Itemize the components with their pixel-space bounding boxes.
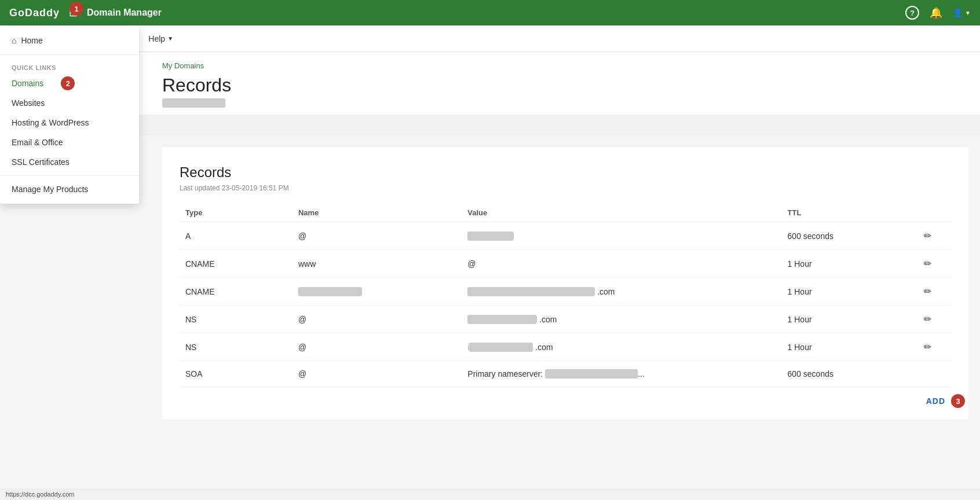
user-menu[interactable]: 👤 ▼ [953, 8, 971, 17]
notification-icon[interactable]: 🔔 [930, 6, 942, 19]
record-edit[interactable]: ✏ [904, 278, 951, 306]
record-name: @ [292, 361, 462, 387]
blurred-value [467, 287, 595, 296]
table-row: SOA @ Primary nameserver: ... 600 second… [180, 361, 951, 387]
dropdown-divider-1 [0, 54, 139, 55]
record-name: @ [292, 222, 462, 250]
add-badge-wrap: ADD 3 [926, 396, 945, 406]
add-record-row: ADD 3 [180, 387, 951, 408]
table-row: NS @ i .com 1 Hour ✏ [180, 333, 951, 361]
record-ttl: 600 seconds [782, 361, 904, 387]
record-type: SOA [180, 361, 292, 387]
quick-links-label: QUICK LINKS [0, 58, 139, 73]
dns-table: Type Name Value TTL A @ 600 seconds ✏ [180, 204, 951, 387]
manage-label: Manage My Products [12, 185, 88, 194]
col-type: Type [180, 204, 292, 222]
home-icon: ⌂ [12, 36, 16, 45]
record-edit[interactable]: ✏ [904, 333, 951, 361]
record-type: NS [180, 306, 292, 333]
records-section: Records Last updated 23-05-2019 16:51 PM… [162, 147, 968, 420]
email-label: Email & Office [12, 138, 63, 147]
record-edit [904, 361, 951, 387]
step-badge-3: 3 [951, 394, 965, 408]
record-type: CNAME [180, 250, 292, 278]
record-name: www [292, 250, 462, 278]
topbar: GoDaddy ⊞ 1 Domain Manager ? 🔔 👤 ▼ [0, 0, 980, 25]
record-value: @ [462, 250, 781, 278]
record-edit[interactable]: ✏ [904, 306, 951, 333]
dropdown-divider-2 [0, 175, 139, 176]
dropdown-item-email[interactable]: Email & Office [0, 133, 139, 152]
godaddy-logo: GoDaddy [9, 7, 60, 19]
grey-separator [139, 115, 980, 135]
record-name: @ [292, 306, 462, 333]
table-header-row: Type Name Value TTL [180, 204, 951, 222]
table-row: CNAME www @ 1 Hour ✏ [180, 250, 951, 278]
user-icon: 👤 [953, 8, 963, 17]
websites-label: Websites [12, 98, 45, 108]
dropdown-home[interactable]: ⌂ Home [0, 30, 139, 51]
edit-icon[interactable]: ✏ [924, 286, 931, 296]
ssl-label: SSL Certificates [12, 157, 70, 167]
dropdown-item-ssl[interactable]: SSL Certificates [0, 152, 139, 172]
app-name: Domain Manager [87, 8, 162, 18]
topbar-right: ? 🔔 👤 ▼ [905, 6, 971, 20]
edit-icon[interactable]: ✏ [924, 314, 931, 324]
subnav: D DNS ▼ Settings ▼ Help ▼ [0, 25, 980, 52]
blurred-value [467, 315, 537, 324]
records-updated: Last updated 23-05-2019 16:51 PM [180, 184, 951, 192]
step-badge-1: 1 [70, 2, 83, 16]
home-label: Home [21, 36, 42, 45]
blurred-value [545, 369, 638, 378]
record-edit[interactable]: ✏ [904, 250, 951, 278]
edit-icon[interactable]: ✏ [924, 342, 931, 352]
help-chevron: ▼ [167, 35, 173, 42]
edit-icon[interactable]: ✏ [924, 231, 931, 241]
edit-icon[interactable]: ✏ [924, 259, 931, 269]
record-name [292, 278, 462, 306]
page-title: Records [162, 75, 957, 96]
blurred-value [467, 231, 514, 241]
record-ttl: 1 Hour [782, 306, 904, 333]
record-ttl: 1 Hour [782, 278, 904, 306]
record-ttl: 1 Hour [782, 250, 904, 278]
record-ttl: 1 Hour [782, 333, 904, 361]
domains-label: Domains [12, 79, 43, 88]
table-row: NS @ .com 1 Hour ✏ [180, 306, 951, 333]
record-value: .com [462, 306, 781, 333]
record-type: A [180, 222, 292, 250]
breadcrumb[interactable]: My Domains [162, 61, 957, 70]
hosting-label: Hosting & WordPress [12, 118, 89, 127]
step-badge-2: 2 [61, 76, 75, 90]
dropdown-item-manage[interactable]: Manage My Products [0, 179, 139, 199]
records-title: Records [180, 164, 951, 181]
record-type: NS [180, 333, 292, 361]
record-value: i .com [462, 333, 781, 361]
table-row: A @ 600 seconds ✏ [180, 222, 951, 250]
blurred-value [469, 343, 533, 352]
grid-icon[interactable]: ⊞ 1 [69, 6, 78, 19]
domain-name-blurred: A██████████ [162, 98, 225, 108]
blurred-name [298, 287, 362, 296]
page-subtitle: A██████████ [162, 98, 957, 115]
col-name: Name [292, 204, 462, 222]
col-action [904, 204, 951, 222]
help-icon[interactable]: ? [905, 6, 919, 20]
help-label: Help [148, 34, 165, 43]
page-header: My Domains Records A██████████ [139, 52, 980, 115]
record-edit[interactable]: ✏ [904, 222, 951, 250]
add-record-button[interactable]: ADD [926, 396, 945, 406]
record-type: CNAME [180, 278, 292, 306]
user-chevron: ▼ [965, 10, 971, 16]
table-row: CNAME .com 1 Hour ✏ [180, 278, 951, 306]
col-ttl: TTL [782, 204, 904, 222]
record-value [462, 222, 781, 250]
dropdown-item-hosting[interactable]: Hosting & WordPress [0, 113, 139, 133]
record-value: Primary nameserver: ... [462, 361, 781, 387]
subnav-help[interactable]: Help ▼ [140, 25, 181, 52]
quick-links-dropdown: ⌂ Home QUICK LINKS Domains 2 Websites Ho… [0, 25, 139, 204]
dropdown-item-websites[interactable]: Websites [0, 93, 139, 113]
col-value: Value [462, 204, 781, 222]
record-name: @ [292, 333, 462, 361]
dropdown-item-domains[interactable]: Domains 2 [0, 73, 55, 93]
